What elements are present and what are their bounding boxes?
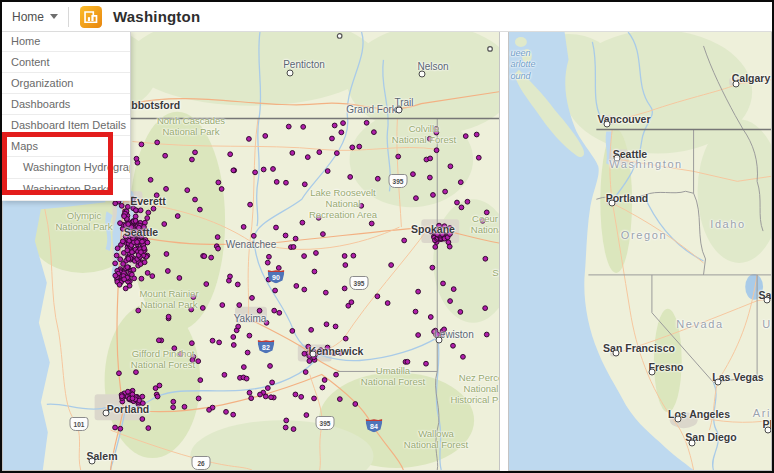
hydrography-dot (343, 336, 348, 341)
hydrography-dot (290, 151, 295, 156)
city-marker (103, 410, 110, 417)
hydrography-dot (139, 142, 144, 147)
hydrography-dot (131, 267, 136, 272)
hydrography-dot (342, 286, 347, 291)
hydrography-dot (162, 222, 167, 227)
hydrography-dot (416, 333, 421, 338)
hydrography-dot (375, 294, 380, 299)
city-marker (765, 427, 772, 434)
hydrography-dot (320, 385, 325, 390)
menu-item-home[interactable]: Home (2, 31, 130, 52)
menu-item-dashboards[interactable]: Dashboards (2, 94, 130, 115)
hydrography-dot (442, 224, 447, 229)
hydrography-dot (118, 221, 123, 226)
hydrography-dot (437, 223, 442, 228)
hydrography-dot (411, 172, 416, 177)
hydrography-dot (251, 233, 256, 238)
hydrography-dot (198, 207, 203, 212)
hydrography-dot (283, 425, 288, 430)
home-menu-button[interactable]: Home (2, 2, 68, 31)
us-route-26-shield: 26 (192, 456, 211, 470)
hydrography-dot (177, 276, 182, 281)
hydrography-dot (130, 197, 135, 202)
hydrography-dot (276, 266, 281, 271)
hydrography-dot (342, 254, 347, 259)
hydrography-dot (272, 308, 277, 313)
hydrography-dot (294, 284, 299, 289)
hydrography-dot (165, 269, 170, 274)
hydrography-dot (447, 244, 452, 249)
hydrography-dot (385, 301, 390, 306)
hydrography-dot (306, 344, 311, 349)
hydrography-dot (231, 335, 236, 340)
menu-item-washington-hydrography[interactable]: Washington Hydrography (2, 157, 130, 179)
hydrography-dot (136, 232, 141, 237)
hydrography-dot (396, 154, 401, 159)
hydrography-dot (140, 401, 145, 406)
hydrography-dot (277, 310, 282, 315)
hydrography-dot (185, 188, 190, 193)
hydrography-dot (122, 214, 127, 219)
hydrography-dot (132, 276, 137, 281)
us-route-101-shield: 101 (70, 417, 89, 431)
menu-item-content[interactable]: Content (2, 52, 130, 73)
hydrography-dot (375, 176, 380, 181)
hydrography-dot (484, 332, 489, 337)
hydrography-dot (231, 343, 236, 348)
hydrography-dot (314, 251, 319, 256)
hydrography-dot (125, 204, 130, 209)
hydrography-dot (171, 399, 176, 404)
hydrography-dot (458, 310, 463, 315)
hydrography-dot (190, 358, 195, 363)
hydrography-dot (290, 329, 295, 334)
hydrography-dot (293, 392, 298, 397)
hydrography-dot (114, 253, 119, 258)
hydrography-dot (198, 378, 203, 383)
hydrography-dot (204, 282, 209, 287)
us-route-395-shield: 395 (350, 276, 369, 290)
hydrography-dot (372, 130, 377, 135)
hydrography-dot (312, 269, 317, 274)
hydrography-dot (142, 260, 147, 265)
hydrography-dot (268, 364, 273, 369)
hydrography-dot (189, 307, 194, 312)
hydrography-dot (284, 180, 289, 185)
hydrography-dot (402, 238, 407, 243)
menu-item-organization[interactable]: Organization (2, 73, 130, 94)
hydrography-dot (459, 205, 464, 210)
hydrography-dot (209, 255, 214, 260)
hydrography-dot (172, 346, 177, 351)
menu-item-washington-parks[interactable]: Washington Parks (2, 179, 130, 201)
hydrography-dot (261, 167, 266, 172)
hydrography-dot (351, 253, 356, 258)
hydrography-dot (231, 412, 236, 417)
hydrography-dot (140, 239, 145, 244)
hydrography-dot (284, 418, 289, 423)
hydrography-dot (291, 245, 296, 250)
hydrography-dot (133, 218, 138, 223)
menu-item-dashboard-item-details[interactable]: Dashboard Item Details (2, 115, 130, 136)
hydrography-dot (125, 265, 130, 270)
hydrography-dot (427, 175, 432, 180)
hydrography-dot (117, 282, 122, 287)
hydrography-dot (321, 232, 326, 237)
hydrography-dot (269, 395, 274, 400)
hydrography-dot (334, 372, 339, 377)
hydrography-dot (196, 396, 201, 401)
hydrography-dot (430, 265, 435, 270)
hydrography-dot (317, 150, 322, 155)
hydrography-dot (455, 200, 460, 205)
hydrography-dot (148, 177, 153, 182)
hydrography-dot (125, 248, 130, 253)
hydrography-dot (119, 203, 124, 208)
hydrography-dot (140, 417, 145, 422)
hydrography-dot (273, 288, 278, 293)
overview-map[interactable]: ueenarlotteoundCalgaryVancouverSeattleWa… (508, 31, 772, 471)
app-window: Home Washington (0, 0, 774, 473)
hydrography-dot (301, 124, 306, 129)
hydrography-dot (133, 208, 138, 213)
hydrography-dot (323, 290, 328, 295)
hydrography-dot (247, 333, 252, 338)
hydrography-dot (117, 371, 122, 376)
hydrography-dot (433, 245, 438, 250)
